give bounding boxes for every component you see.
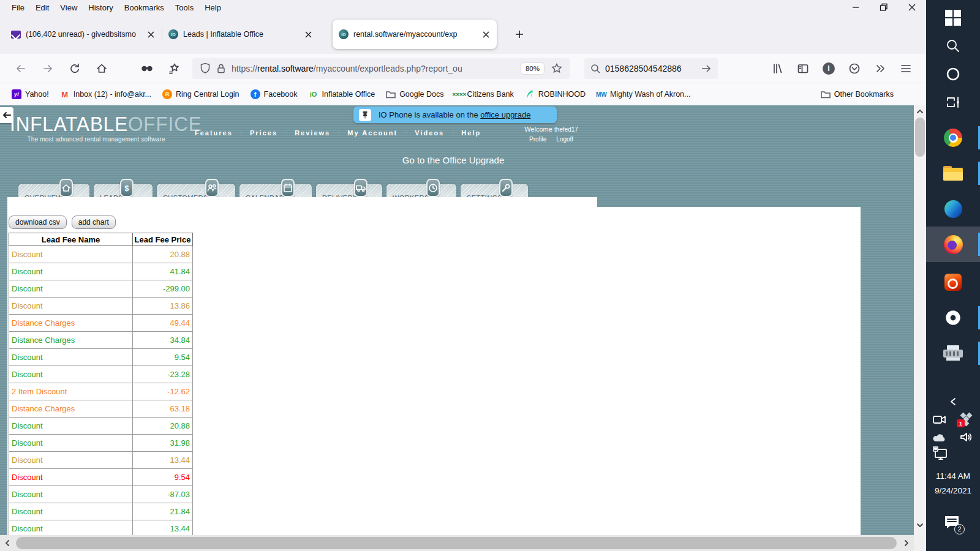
robinhood-feather-icon bbox=[525, 89, 535, 99]
profile-link[interactable]: Profile bbox=[529, 136, 546, 143]
nav-my-account[interactable]: My Account bbox=[347, 129, 398, 137]
start-button[interactable] bbox=[926, 6, 980, 29]
scroll-up-icon[interactable] bbox=[914, 107, 926, 116]
horizontal-scrollbar[interactable] bbox=[0, 535, 914, 551]
zoom-level-badge[interactable]: 80% bbox=[521, 63, 544, 74]
scroll-down-icon[interactable] bbox=[914, 520, 926, 530]
logoff-link[interactable]: Logoff bbox=[556, 136, 573, 143]
menu-history[interactable]: History bbox=[83, 3, 118, 12]
inflatable-office-icon: iO bbox=[339, 29, 349, 39]
hamburger-menu-icon[interactable] bbox=[893, 58, 919, 79]
task-view-icon[interactable] bbox=[926, 91, 980, 114]
office-upgrade-link[interactable]: office upgrade bbox=[480, 110, 530, 119]
tab-title: (106,402 unread) - givedbsitsmo bbox=[26, 30, 140, 39]
shield-icon[interactable] bbox=[197, 62, 213, 74]
nav-features[interactable]: Features bbox=[195, 129, 233, 137]
windows-taskbar: 1 11:44 AM 9/24/2021 2 bbox=[926, 0, 980, 551]
other-bookmarks[interactable]: Other Bookmarks bbox=[815, 87, 899, 102]
back-icon[interactable] bbox=[7, 58, 34, 79]
browser-tab-export-active[interactable]: iO rental.software/myaccount/exp bbox=[333, 20, 497, 49]
file-explorer-icon[interactable] bbox=[926, 162, 980, 185]
overflow-chevrons-icon[interactable] bbox=[867, 58, 893, 79]
bookmark-robinhood[interactable]: ROBINHOOD bbox=[519, 87, 591, 102]
search-icon bbox=[590, 64, 600, 73]
sidebar-icon[interactable] bbox=[790, 58, 816, 79]
lead-fee-name-cell: Discount bbox=[9, 503, 133, 520]
lead-fee-price-cell: -299.00 bbox=[133, 280, 193, 298]
network-icon[interactable] bbox=[914, 446, 968, 462]
menu-file[interactable]: File bbox=[6, 3, 30, 12]
container-mask-icon[interactable] bbox=[134, 58, 160, 79]
bookmark-inflatable-office[interactable]: iO Inflatable Office bbox=[303, 87, 380, 102]
reload-icon[interactable] bbox=[61, 58, 88, 79]
menu-help[interactable]: Help bbox=[199, 3, 227, 12]
table-row: Distance Charges34.84 bbox=[9, 332, 193, 349]
nav-help[interactable]: Help bbox=[461, 129, 481, 137]
pocket-icon[interactable] bbox=[842, 58, 867, 79]
lead-fee-name-cell: Discount bbox=[9, 246, 133, 263]
bookmark-inbox[interactable]: M Inbox (12) - info@akr... bbox=[55, 87, 157, 102]
bookmark-citizens-bank[interactable]: ✕✕✕✕ Citizens Bank bbox=[449, 87, 519, 102]
search-bar[interactable]: 0158628504542886 bbox=[584, 58, 718, 79]
bookmark-google-docs[interactable]: Google Docs bbox=[380, 87, 449, 102]
browser-tab-mail[interactable]: (106,402 unread) - givedbsitsmo bbox=[5, 20, 162, 49]
edge-icon[interactable] bbox=[926, 197, 980, 220]
download-csv-button[interactable]: download csv bbox=[9, 216, 67, 229]
horizontal-scroll-thumb[interactable] bbox=[16, 537, 897, 549]
minimize-button[interactable] bbox=[842, 0, 870, 15]
restore-button[interactable] bbox=[870, 0, 898, 15]
bookmark-star-icon[interactable] bbox=[549, 63, 565, 74]
printer-app-icon[interactable] bbox=[926, 342, 980, 365]
dropbox-tray-icon[interactable]: 1 bbox=[940, 411, 980, 427]
browser-tab-leads[interactable]: iO Leads | Inflatable Office bbox=[162, 20, 319, 49]
scroll-right-icon[interactable] bbox=[899, 535, 914, 551]
window-controls bbox=[842, 0, 926, 15]
clock-icon bbox=[426, 179, 440, 197]
url-bar[interactable]: https://rental.software/myaccount/export… bbox=[192, 58, 570, 79]
tab-bar: (106,402 unread) - givedbsitsmo iO Leads… bbox=[0, 15, 926, 54]
settings-gear-icon[interactable] bbox=[926, 306, 980, 329]
vertical-scroll-thumb[interactable] bbox=[915, 118, 925, 157]
inflatable-office-icon: iO bbox=[308, 89, 318, 99]
lead-fee-name-cell: Distance Charges bbox=[9, 315, 133, 332]
menu-tools[interactable]: Tools bbox=[170, 3, 199, 12]
nav-prices[interactable]: Prices bbox=[250, 129, 277, 137]
bookmark-yahoo[interactable]: y! Yahoo! bbox=[6, 87, 55, 102]
notification-center-icon[interactable]: 2 bbox=[926, 512, 980, 536]
taskbar-clock[interactable]: 11:44 AM 9/24/2021 bbox=[926, 469, 980, 498]
lead-fee-price-cell: 9.54 bbox=[133, 469, 193, 486]
menu-edit[interactable]: Edit bbox=[30, 3, 55, 12]
lock-icon[interactable] bbox=[213, 63, 229, 74]
taskbar-search-icon[interactable] bbox=[926, 34, 980, 58]
lead-fee-name-cell: Discount bbox=[9, 263, 133, 280]
close-tab-icon[interactable] bbox=[480, 28, 492, 40]
cortana-icon[interactable] bbox=[926, 62, 980, 86]
close-tab-icon[interactable] bbox=[302, 28, 314, 40]
vertical-scrollbar[interactable] bbox=[914, 105, 926, 535]
chrome-icon[interactable] bbox=[926, 126, 980, 149]
volume-icon[interactable] bbox=[940, 430, 980, 444]
home-icon[interactable] bbox=[88, 58, 115, 79]
extension-badge-icon[interactable]: I bbox=[816, 58, 842, 79]
bookmark-mighty-wash[interactable]: MW Mighty Wash of Akron... bbox=[591, 87, 696, 102]
office-upgrade-link-2[interactable]: Go to the Office Upgrade bbox=[343, 155, 564, 165]
menu-view[interactable]: View bbox=[55, 3, 83, 12]
menu-bookmarks[interactable]: Bookmarks bbox=[119, 3, 170, 12]
lead-fee-price-cell: 41.84 bbox=[133, 263, 193, 280]
tray-expand-chevron-icon[interactable] bbox=[926, 394, 980, 409]
forward-icon[interactable] bbox=[34, 58, 61, 79]
firefox-icon[interactable] bbox=[926, 233, 980, 256]
close-window-button[interactable] bbox=[898, 0, 926, 15]
scroll-left-icon[interactable] bbox=[0, 535, 15, 551]
nav-videos[interactable]: Videos bbox=[415, 129, 444, 137]
review-star-extension-icon[interactable] bbox=[160, 58, 187, 79]
bookmark-facebook[interactable]: f Facebook bbox=[245, 87, 303, 102]
library-icon[interactable] bbox=[764, 58, 790, 79]
add-chart-button[interactable]: add chart bbox=[72, 216, 116, 229]
nav-reviews[interactable]: Reviews bbox=[295, 129, 330, 137]
office-icon[interactable] bbox=[926, 271, 980, 294]
close-tab-icon[interactable] bbox=[145, 28, 157, 40]
bookmark-ringcentral[interactable]: R Ring Central Login bbox=[157, 87, 245, 102]
lead-fee-table: Lead Fee Name Lead Fee Price Discount20.… bbox=[9, 233, 193, 535]
new-tab-button[interactable] bbox=[509, 24, 530, 45]
